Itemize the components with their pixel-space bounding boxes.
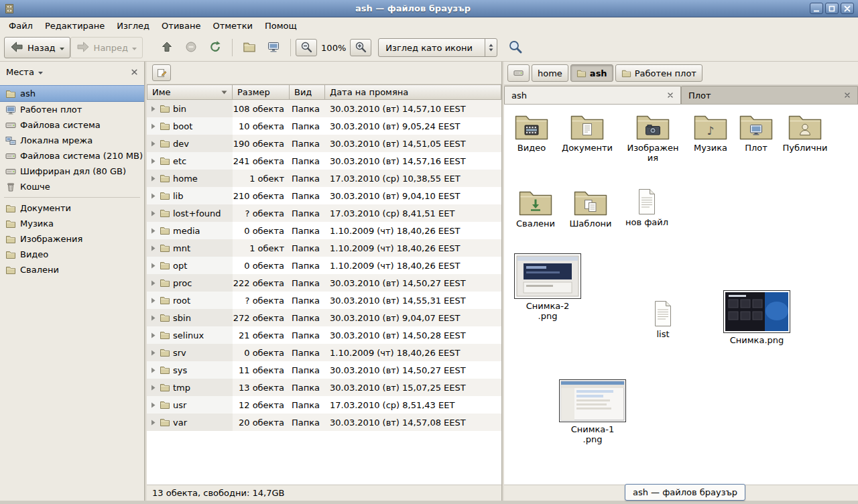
view-mode-spinner[interactable]	[485, 39, 497, 56]
reload-button[interactable]	[203, 37, 227, 58]
places-close-button[interactable]	[131, 68, 138, 76]
sidebar-item-music[interactable]: Музика	[0, 216, 144, 231]
menu-item-help[interactable]: Помощ	[259, 19, 303, 33]
column-header-size[interactable]: Размер	[233, 84, 290, 100]
table-row[interactable]: sys11 обектаПапка30.03.2010 (вт) 14,50,2…	[147, 361, 501, 379]
table-row[interactable]: tmp13 обектаПапка30.03.2010 (вт) 15,07,2…	[147, 379, 501, 396]
maximize-button[interactable]	[825, 3, 839, 14]
sidebar-item-images[interactable]: Изображения	[0, 231, 144, 247]
table-row[interactable]: root? обектаПапка30.03.2010 (вт) 14,55,3…	[147, 292, 501, 309]
expander-icon[interactable]	[150, 280, 157, 286]
icon-item-downloads[interactable]: Свалени	[508, 188, 563, 229]
path-button-home[interactable]: home	[532, 64, 568, 82]
view-mode-select[interactable]: Изглед като икони	[378, 38, 497, 57]
menu-item-go[interactable]: Отиване	[156, 19, 206, 33]
table-row[interactable]: dev190 обектаПапка30.03.2010 (вт) 14,51,…	[147, 135, 501, 152]
sidebar-item-videos[interactable]: Видео	[0, 247, 144, 262]
table-row[interactable]: home1 обектПапка17.03.2010 (ср) 10,38,55…	[147, 170, 501, 187]
expander-icon[interactable]	[150, 141, 157, 147]
zoom-out-button[interactable]	[296, 39, 317, 56]
sidebar-item-filesystem[interactable]: Файлова система	[0, 117, 144, 133]
expander-icon[interactable]	[150, 158, 157, 164]
computer-button[interactable]	[261, 37, 286, 58]
back-button[interactable]: Назад	[4, 37, 70, 58]
sidebar-item-encrypted-80gb[interactable]: Шифриран дял (80 GB)	[0, 164, 144, 179]
expander-icon[interactable]	[150, 245, 157, 251]
close-button[interactable]	[841, 3, 854, 14]
expander-icon[interactable]	[150, 228, 157, 234]
sidebar-item-documents[interactable]: Документи	[0, 200, 144, 216]
menu-item-bookmarks[interactable]: Отметки	[206, 19, 258, 33]
expander-icon[interactable]	[150, 402, 157, 408]
icon-item-snimka-2-png[interactable]: Снимка-2.png	[513, 253, 583, 321]
icon-item-snimka-1-png[interactable]: Снимка-1.png	[558, 379, 627, 444]
table-row[interactable]: sbin272 обектаПапка30.03.2010 (вт) 9,04,…	[147, 309, 501, 326]
table-row[interactable]: boot10 обектаПапка30.03.2010 (вт) 9,05,2…	[147, 117, 501, 135]
expander-icon[interactable]	[150, 332, 157, 338]
expander-icon[interactable]	[150, 298, 157, 304]
minimize-button[interactable]	[810, 3, 823, 14]
table-row[interactable]: opt0 обектаПапка1.10.2009 (чт) 18,40,26 …	[147, 257, 501, 274]
column-header-date[interactable]: Дата на промяна	[325, 84, 501, 100]
icon-item-desktop[interactable]: Плот	[732, 113, 780, 153]
icon-item-music[interactable]: ♪Музика	[683, 113, 738, 153]
expander-icon[interactable]	[150, 315, 157, 321]
path-button-ash[interactable]: ash	[570, 64, 613, 82]
zoom-in-button[interactable]	[350, 39, 371, 56]
table-row[interactable]: lib210 обектаПапка30.03.2010 (вт) 9,04,1…	[147, 187, 501, 204]
location-toggle-button[interactable]	[152, 64, 171, 81]
title-bar[interactable]: ash — файлов браузър	[0, 0, 858, 17]
icon-item-documents[interactable]: Документи	[558, 113, 616, 153]
table-row[interactable]: srv0 обектаПапка1.10.2009 (чт) 18,40,26 …	[147, 344, 501, 361]
expander-icon[interactable]	[150, 210, 157, 216]
icon-item-list[interactable]: list	[636, 300, 690, 339]
icon-item-videos[interactable]: Видео	[504, 113, 559, 153]
search-button[interactable]	[503, 37, 528, 58]
column-header-type[interactable]: Вид	[290, 84, 325, 100]
icon-item-snimka-png[interactable]: Снимка.png	[721, 290, 793, 345]
expander-icon[interactable]	[150, 176, 157, 182]
column-header-name[interactable]: Име	[147, 84, 233, 100]
table-row[interactable]: media0 обектаПапка1.10.2009 (чт) 18,40,2…	[147, 222, 501, 239]
table-row[interactable]: selinux21 обектаПапка30.03.2010 (вт) 14,…	[147, 326, 501, 344]
sidebar-item-filesystem-210mb[interactable]: Файлова система (210 MB)	[0, 148, 144, 164]
forward-button[interactable]: Напред	[70, 37, 143, 58]
stop-button[interactable]	[179, 37, 203, 58]
expander-icon[interactable]	[150, 123, 157, 129]
expander-icon[interactable]	[150, 385, 157, 391]
icon-view[interactable]: ВидеоДокументиИзображения♪МузикаПлотПубл…	[504, 105, 858, 485]
menu-item-edit[interactable]: Редактиране	[39, 19, 111, 33]
table-row[interactable]: usr12 обектаПапка17.03.2010 (ср) 8,51,43…	[147, 396, 501, 414]
table-row[interactable]: mnt1 обектПапка1.10.2009 (чт) 18,40,26 E…	[147, 239, 501, 257]
expander-icon[interactable]	[150, 263, 157, 269]
icon-item-templates[interactable]: Шаблони	[563, 188, 618, 229]
tab-ash[interactable]: ash	[504, 86, 681, 104]
table-row[interactable]: bin108 обектаПапка30.03.2010 (вт) 14,57,…	[147, 100, 501, 117]
up-button[interactable]	[155, 37, 179, 58]
tab-plot[interactable]: Плот	[681, 86, 858, 104]
sidebar-item-local-network[interactable]: Локална мрежа	[0, 133, 144, 148]
path-root-button[interactable]	[507, 64, 530, 82]
table-row[interactable]: proc222 обектаПапка30.03.2010 (вт) 14,50…	[147, 274, 501, 292]
expander-icon[interactable]	[150, 193, 157, 199]
path-button-desktop[interactable]: Работен плот	[615, 64, 702, 82]
icon-item-new-file[interactable]: нов файл	[622, 188, 672, 227]
table-row[interactable]: lost+found? обектаПапка17.03.2010 (ср) 8…	[147, 204, 501, 222]
menu-item-file[interactable]: Файл	[3, 19, 39, 33]
table-row[interactable]: etc241 обектаПапка30.03.2010 (вт) 14,57,…	[147, 152, 501, 170]
expander-icon[interactable]	[150, 106, 157, 112]
sidebar-item-ash[interactable]: ash	[0, 85, 144, 102]
tab-close-icon[interactable]	[844, 92, 851, 99]
sidebar-item-downloads[interactable]: Свалени	[0, 262, 144, 277]
sidebar-item-desktop[interactable]: Работен плот	[0, 102, 144, 117]
home-button[interactable]	[237, 37, 261, 58]
menu-item-view[interactable]: Изглед	[111, 19, 156, 33]
expander-icon[interactable]	[150, 420, 157, 426]
table-row[interactable]: var20 обектаПапка30.03.2010 (вт) 14,57,0…	[147, 414, 501, 431]
places-header[interactable]: Места	[0, 62, 144, 82]
expander-icon[interactable]	[150, 367, 157, 373]
icon-item-images[interactable]: Изображения	[622, 113, 684, 163]
sidebar-item-trash[interactable]: Кошче	[0, 179, 144, 194]
icon-item-public[interactable]: Публични	[776, 113, 834, 153]
tab-close-icon[interactable]	[667, 92, 674, 99]
